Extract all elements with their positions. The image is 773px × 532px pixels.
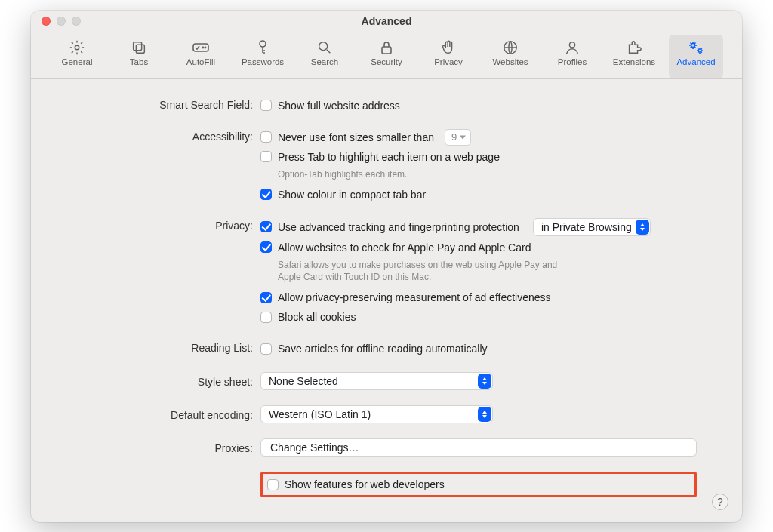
checkbox-save-offline[interactable] <box>260 343 272 355</box>
checkbox-press-tab[interactable] <box>260 151 272 162</box>
chevron-updown-icon <box>636 220 649 235</box>
highlight-developer-option: Show features for web developers <box>260 472 697 497</box>
tab-label: Profiles <box>558 57 587 66</box>
chevron-updown-icon <box>478 374 491 389</box>
label-privacy: Privacy: <box>76 218 260 232</box>
preferences-window: Advanced General Tabs AutoFill Passwords… <box>31 11 742 522</box>
tab-tabs[interactable]: Tabs <box>112 35 166 78</box>
content-area: Smart Search Field: Show full website ad… <box>31 79 742 518</box>
tab-label: Websites <box>492 57 528 66</box>
svg-point-12 <box>698 49 701 52</box>
tabs-icon <box>131 38 147 57</box>
lock-icon <box>379 38 394 57</box>
select-style-sheet[interactable]: None Selected <box>260 372 493 390</box>
encoding-value: Western (ISO Latin 1) <box>269 408 371 420</box>
hint-press-tab: Option-Tab highlights each item. <box>260 168 577 180</box>
text-min-font-size: Never use font sizes smaller than <box>278 131 434 143</box>
tab-label: General <box>62 57 93 66</box>
checkbox-show-full-address[interactable] <box>260 100 272 111</box>
checkbox-min-font-size[interactable] <box>260 131 272 143</box>
checkbox-show-colour[interactable] <box>260 189 272 200</box>
svg-point-11 <box>691 43 695 47</box>
tab-label: Advanced <box>676 57 715 66</box>
tab-profiles[interactable]: Profiles <box>545 35 599 78</box>
tab-label: Extensions <box>613 57 655 66</box>
chevron-updown-icon <box>478 407 491 422</box>
select-tracking-scope[interactable]: in Private Browsing <box>533 218 651 236</box>
help-button[interactable]: ? <box>712 494 728 510</box>
text-show-full-address: Show full website address <box>278 100 400 112</box>
tab-label: Security <box>371 57 402 66</box>
style-sheet-value: None Selected <box>269 375 338 387</box>
gear-icon <box>69 38 85 57</box>
label-smart-search: Smart Search Field: <box>76 97 260 111</box>
text-save-offline: Save articles for offline reading automa… <box>278 343 488 355</box>
text-ad-measurement: Allow privacy-preserving measurement of … <box>278 291 551 303</box>
search-icon <box>316 38 333 57</box>
text-press-tab: Press Tab to highlight each item on a we… <box>278 151 500 163</box>
hand-icon <box>440 38 457 57</box>
svg-rect-8 <box>382 47 391 54</box>
tab-extensions[interactable]: Extensions <box>607 35 661 78</box>
tab-passwords[interactable]: Passwords <box>236 35 290 78</box>
titlebar: Advanced <box>31 11 742 32</box>
tab-label: Search <box>311 57 338 66</box>
label-style-sheet: Style sheet: <box>76 374 260 388</box>
preferences-toolbar: General Tabs AutoFill Passwords Search S… <box>31 32 742 79</box>
tab-label: Privacy <box>434 57 463 66</box>
label-proxies: Proxies: <box>76 441 260 454</box>
checkbox-web-developers[interactable] <box>267 479 279 490</box>
label-accessibility: Accessibility: <box>76 129 260 143</box>
svg-point-6 <box>260 41 266 47</box>
svg-rect-1 <box>134 42 142 50</box>
autofill-icon <box>192 38 210 57</box>
tab-label: Tabs <box>130 57 148 66</box>
key-icon <box>255 38 270 57</box>
checkbox-apple-pay[interactable] <box>260 241 272 253</box>
checkbox-block-cookies[interactable] <box>260 312 272 323</box>
text-advanced-tracking: Use advanced tracking and fingerprinting… <box>278 221 519 233</box>
globe-icon <box>502 38 519 57</box>
gears-icon <box>687 38 705 57</box>
tab-security[interactable]: Security <box>359 35 414 78</box>
tab-general[interactable]: General <box>50 35 104 78</box>
svg-rect-2 <box>136 45 144 53</box>
text-web-developers: Show features for web developers <box>285 478 445 490</box>
label-reading-list: Reading List: <box>76 340 260 354</box>
svg-point-10 <box>569 42 574 47</box>
text-show-colour: Show colour in compact tab bar <box>278 189 426 201</box>
svg-point-0 <box>75 45 79 50</box>
puzzle-icon <box>626 38 642 57</box>
tab-privacy[interactable]: Privacy <box>421 35 476 78</box>
svg-point-7 <box>319 42 328 50</box>
tab-advanced[interactable]: Advanced <box>669 35 723 78</box>
svg-point-5 <box>205 47 205 48</box>
window-title: Advanced <box>31 15 742 27</box>
person-icon <box>564 38 581 57</box>
checkbox-ad-measurement[interactable] <box>260 292 272 303</box>
text-apple-pay: Allow websites to check for Apple Pay an… <box>278 241 531 254</box>
checkbox-advanced-tracking[interactable] <box>260 221 272 232</box>
text-block-cookies: Block all cookies <box>278 311 356 323</box>
select-default-encoding[interactable]: Western (ISO Latin 1) <box>260 405 493 423</box>
select-min-font-size[interactable]: 9 <box>445 129 471 146</box>
tab-label: AutoFill <box>186 57 215 66</box>
tab-search[interactable]: Search <box>297 35 352 78</box>
tab-websites[interactable]: Websites <box>483 35 537 78</box>
svg-point-4 <box>202 47 203 48</box>
tab-autofill[interactable]: AutoFill <box>174 35 228 78</box>
tracking-scope-value: in Private Browsing <box>541 221 632 233</box>
change-settings-button[interactable]: Change Settings… <box>260 438 697 457</box>
label-default-encoding: Default encoding: <box>76 407 260 421</box>
hint-apple-pay: Safari allows you to make purchases on t… <box>260 259 577 283</box>
tab-label: Passwords <box>242 57 284 66</box>
